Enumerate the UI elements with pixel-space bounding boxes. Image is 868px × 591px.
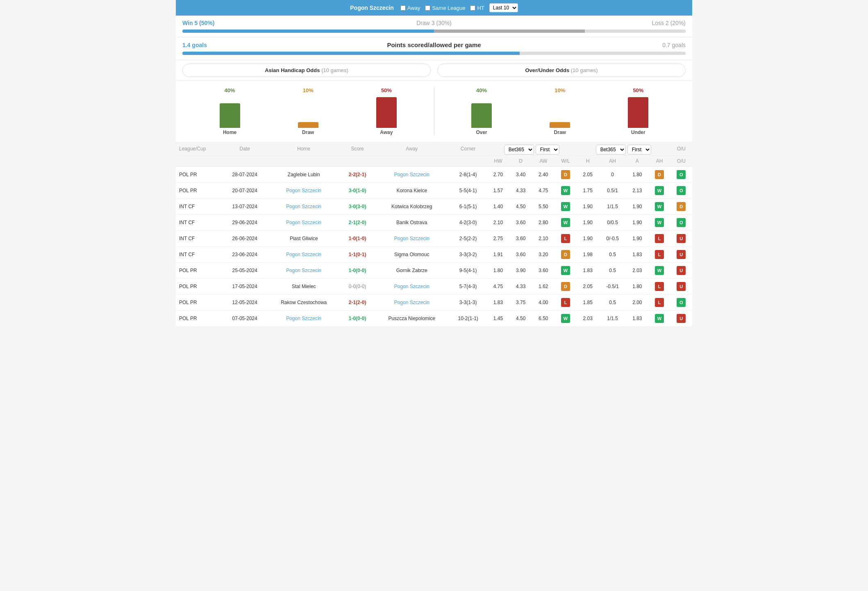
th-home: Home bbox=[267, 142, 341, 156]
ah2-cell: W bbox=[648, 215, 670, 231]
ah2-badge: L bbox=[655, 282, 664, 291]
home-bar-wrap bbox=[220, 95, 240, 128]
table-row: POL PR 07-05-2024 Pogon Szczecin 1-0(0-0… bbox=[176, 311, 692, 327]
ah2-badge: D bbox=[655, 170, 664, 179]
header: Pogon Szczecin Away Same League HT Last … bbox=[176, 0, 692, 16]
ht-checkbox-label[interactable]: HT bbox=[470, 5, 484, 11]
goals-bar-container bbox=[176, 50, 692, 60]
win-bar bbox=[182, 30, 434, 33]
under-bar-wrap bbox=[628, 95, 648, 128]
wl-badge: W bbox=[561, 218, 570, 227]
aw-cell: 3.60 bbox=[532, 263, 554, 279]
ou-cell: U bbox=[670, 231, 692, 247]
over-label: Over bbox=[476, 130, 487, 135]
th-empty bbox=[176, 156, 487, 167]
home-team: Rakow Czestochowa bbox=[281, 300, 327, 305]
home-team-link[interactable]: Pogon Szczecin bbox=[286, 268, 321, 273]
away-team: Sigma Olomouc bbox=[394, 252, 429, 257]
hw-cell: 1.45 bbox=[487, 311, 509, 327]
corner-cell: 3-3(3-2) bbox=[449, 247, 487, 263]
home-cell: Pogon Szczecin bbox=[267, 247, 341, 263]
away-team-link[interactable]: Pogon Szczecin bbox=[394, 284, 429, 289]
wl-cell: W bbox=[554, 199, 576, 215]
over-under-title: Over/Under Odds (10 games) bbox=[525, 67, 598, 73]
home-team-link[interactable]: Pogon Szczecin bbox=[286, 220, 321, 225]
home-team-link[interactable]: Pogon Szczecin bbox=[286, 204, 321, 209]
ou-cell: U bbox=[670, 279, 692, 295]
home-bar bbox=[220, 103, 240, 128]
th-h: H bbox=[577, 156, 599, 167]
home-team-link[interactable]: Pogon Szczecin bbox=[286, 316, 321, 321]
aw-cell: 5.50 bbox=[532, 199, 554, 215]
ah2-cell: L bbox=[648, 231, 670, 247]
first-select-2[interactable]: First bbox=[627, 145, 651, 155]
chart-home: 40% Home bbox=[220, 87, 240, 135]
hw-cell: 2.70 bbox=[487, 167, 509, 183]
last-select[interactable]: Last 10 Last 20 Last 30 bbox=[489, 3, 518, 12]
league-cell: POL PR bbox=[176, 279, 223, 295]
ah2-badge: W bbox=[655, 266, 664, 275]
ou-cell: O bbox=[670, 215, 692, 231]
bet365-select-2[interactable]: Bet365 bbox=[596, 145, 626, 155]
table-section: League/Cup Date Home Score Away Corner B… bbox=[176, 142, 692, 327]
home-team-link[interactable]: Pogon Szczecin bbox=[286, 188, 321, 193]
ou-cell: O bbox=[670, 167, 692, 183]
ah2-badge: L bbox=[655, 298, 664, 307]
home-pct: 40% bbox=[225, 87, 235, 93]
aw-cell: 3.20 bbox=[532, 247, 554, 263]
first-select-1[interactable]: First bbox=[536, 145, 559, 155]
ou-badge: O bbox=[677, 298, 686, 307]
th-away: Away bbox=[374, 142, 449, 156]
wl-badge: W bbox=[561, 202, 570, 211]
asian-handicap-panel: Asian Handicap Odds (10 games) bbox=[182, 64, 431, 77]
away-ah-bar bbox=[376, 97, 397, 128]
away-team-link[interactable]: Pogon Szczecin bbox=[394, 172, 429, 177]
league-cell: INT CF bbox=[176, 199, 223, 215]
date-cell: 07-05-2024 bbox=[223, 311, 267, 327]
wl-cell: D bbox=[554, 279, 576, 295]
ou-cell: O bbox=[670, 183, 692, 199]
ah2-cell: W bbox=[648, 199, 670, 215]
over-bar bbox=[471, 103, 492, 128]
hw-cell: 1.80 bbox=[487, 263, 509, 279]
d-cell: 3.40 bbox=[509, 167, 532, 183]
a-cell: 1.80 bbox=[626, 167, 648, 183]
corner-cell: 4-2(3-0) bbox=[449, 215, 487, 231]
away-checkbox-label[interactable]: Away bbox=[400, 5, 420, 11]
goals-bar bbox=[182, 52, 686, 55]
score-cell: 2-2(2-1) bbox=[341, 167, 374, 183]
home-cell: Zaglebie Lubin bbox=[267, 167, 341, 183]
date-cell: 28-07-2024 bbox=[223, 167, 267, 183]
win-label: Win 5 (50%) bbox=[182, 20, 264, 26]
ah-cell: 0/0.5 bbox=[599, 215, 626, 231]
th-bet365-select: Bet365 First bbox=[487, 142, 577, 156]
ah2-cell: L bbox=[648, 279, 670, 295]
bet365-select-1[interactable]: Bet365 bbox=[504, 145, 534, 155]
wl-badge: L bbox=[561, 298, 570, 307]
hw-cell: 1.83 bbox=[487, 295, 509, 311]
score-cell: 1-0(0-0) bbox=[341, 311, 374, 327]
ou-badge: O bbox=[677, 186, 686, 195]
ah2-badge: L bbox=[655, 250, 664, 259]
h-cell: 1.90 bbox=[577, 199, 599, 215]
same-league-checkbox[interactable] bbox=[425, 5, 430, 11]
away-checkbox[interactable] bbox=[400, 5, 406, 11]
loss-bar bbox=[585, 30, 686, 33]
home-team: Stal Mielec bbox=[292, 284, 316, 289]
home-cell: Rakow Czestochowa bbox=[267, 295, 341, 311]
table-row: POL PR 28-07-2024 Zaglebie Lubin 2-2(2-1… bbox=[176, 167, 692, 183]
asian-handicap-chart: 40% Home 10% Draw 50% Away bbox=[182, 87, 434, 135]
home-team-link[interactable]: Pogon Szczecin bbox=[286, 252, 321, 257]
ht-checkbox[interactable] bbox=[470, 5, 475, 11]
chart-under: 50% Under bbox=[628, 87, 648, 135]
ou-badge: O bbox=[677, 170, 686, 179]
away-team-link[interactable]: Pogon Szczecin bbox=[394, 236, 429, 241]
same-league-checkbox-label[interactable]: Same League bbox=[425, 5, 465, 11]
asian-handicap-title: Asian Handicap Odds (10 games) bbox=[265, 67, 348, 73]
away-cell: Banik Ostrava bbox=[374, 215, 449, 231]
corner-cell: 2-8(1-4) bbox=[449, 167, 487, 183]
ah-cell: 0.5 bbox=[599, 247, 626, 263]
away-team-link[interactable]: Pogon Szczecin bbox=[394, 300, 429, 305]
away-team: Korona Kielce bbox=[396, 188, 427, 193]
corner-cell: 2-5(2-2) bbox=[449, 231, 487, 247]
